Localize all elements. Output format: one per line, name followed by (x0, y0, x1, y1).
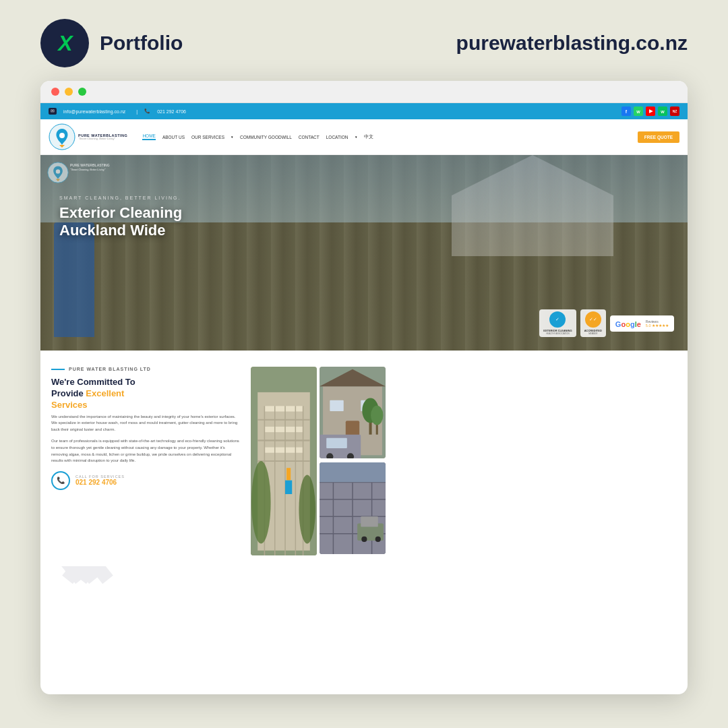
svg-rect-7 (264, 427, 303, 432)
bottom-decoration (40, 566, 688, 586)
logo-x-icon: X (58, 31, 71, 56)
wechat-icon[interactable]: w (658, 107, 667, 116)
svg-point-48 (375, 537, 381, 542)
google-reviews-text: Reviews 5.0 ★★★★★ (646, 320, 669, 328)
committed-line3: Services (51, 400, 240, 411)
svg-point-47 (361, 537, 367, 542)
house-exterior-image (320, 367, 386, 458)
call-info: CALL FOR SERVICES 021 292 4706 (75, 475, 125, 486)
svg-point-3 (56, 169, 60, 173)
google-reviews-badge: Google Reviews 5.0 ★★★★★ (610, 315, 674, 332)
hero-title-line2: Auckland Wide (59, 222, 182, 239)
description-1: We understand the importance of maintain… (51, 414, 240, 433)
nav-about[interactable]: ABOUT US (162, 135, 185, 140)
company-name-tag: PURE WATER BLASTING LTD (69, 367, 151, 371)
svg-rect-46 (361, 516, 378, 526)
hero-content: SMART CLEANING, BETTER LIVING. Exterior … (59, 195, 182, 240)
social-icons: f w ▶ w NZ (621, 107, 679, 116)
hero-section: PURE WATERBLASTING"Smart Cleaning, Bette… (40, 155, 688, 351)
browser-dot-red (51, 88, 59, 96)
exterior-cleaning-badge: ✓ EXTERIOR CLEANING HEALTHY ASSOCIATION (539, 309, 576, 337)
committed-title: We're Committed To Provide Excellent Ser… (51, 377, 240, 411)
svg-rect-8 (264, 448, 303, 453)
browser-window: ✉ info@purewaterblasting.co.nz | 📞 021 2… (40, 81, 688, 694)
nz-badge: NZ (670, 107, 679, 116)
roof-image (320, 462, 386, 554)
site-email: info@purewaterblasting.co.nz (63, 109, 125, 114)
site-logo-icon (49, 123, 75, 150)
svg-rect-24 (330, 400, 343, 411)
hero-title-line1: Exterior Cleaning (59, 204, 182, 222)
phone-icon: 📞 (57, 477, 65, 484)
content-image-grid (251, 367, 386, 555)
phone-icon-circle: 📞 (51, 471, 70, 490)
content-left: PURE WATER BLASTING LTD We're Committed … (51, 367, 240, 555)
svg-point-20 (299, 475, 315, 543)
svg-rect-17 (286, 468, 291, 480)
logo-area: X Portfolio (40, 19, 183, 67)
svg-rect-28 (326, 438, 347, 448)
browser-chrome (40, 81, 688, 103)
free-quote-button[interactable]: FREE QUOTE (638, 131, 679, 143)
house-image-tall (251, 367, 317, 555)
company-tag: PURE WATER BLASTING LTD (51, 367, 240, 371)
svg-rect-18 (285, 481, 292, 494)
committed-line1: We're Committed To (51, 377, 240, 388)
portfolio-header: X Portfolio purewaterblasting.co.nz (0, 0, 728, 81)
site-phone: 021 292 4706 (157, 109, 186, 114)
site-top-bar: ✉ info@purewaterblasting.co.nz | 📞 021 2… (40, 103, 688, 119)
youtube-icon[interactable]: ▶ (646, 107, 655, 116)
whatsapp-icon[interactable]: w (634, 107, 643, 116)
site-logo-area: PURE WATERBLASTING "Smart Cleaning, Bett… (49, 123, 127, 150)
accredited-badge: ✓✓ ACCREDITED MEMBER (580, 309, 606, 337)
svg-point-34 (371, 406, 383, 425)
nav-chinese[interactable]: 中文 (364, 134, 373, 140)
email-icon: ✉ (49, 108, 57, 115)
call-section: 📞 CALL FOR SERVICES 021 292 4706 (51, 471, 240, 490)
nav-home[interactable]: HOME (142, 133, 156, 140)
hero-title: Exterior Cleaning Auckland Wide (59, 204, 182, 240)
nav-location[interactable]: LOCATION (326, 135, 348, 140)
svg-rect-44 (320, 462, 386, 482)
hero-logo-text-overlay: PURE WATERBLASTING"Smart Cleaning, Bette… (70, 163, 110, 171)
nav-contact[interactable]: CONTACT (299, 135, 320, 140)
browser-dot-green (78, 88, 86, 96)
phone-icon: 📞 (144, 109, 150, 114)
domain-label: purewaterblasting.co.nz (456, 32, 688, 55)
agency-logo: X (40, 19, 89, 67)
hero-logo-overlay (47, 162, 69, 186)
site-navbar: PURE WATERBLASTING "Smart Cleaning, Bett… (40, 119, 688, 155)
content-section: PURE WATER BLASTING LTD We're Committed … (40, 351, 688, 566)
google-logo: Google (615, 317, 641, 330)
svg-rect-6 (264, 406, 303, 411)
tag-line (51, 369, 65, 370)
description-2: Our team of professionals is equipped wi… (51, 438, 240, 464)
nav-services[interactable]: OUR SERVICES (191, 135, 224, 140)
nav-community[interactable]: COMMUNITY GOODWILL (240, 135, 292, 140)
hero-subtitle: SMART CLEANING, BETTER LIVING. (59, 195, 182, 200)
facebook-icon[interactable]: f (621, 107, 631, 116)
svg-point-1 (59, 133, 65, 138)
committed-line2: Provide Excellent (51, 388, 240, 400)
nav-links: HOME ABOUT US OUR SERVICES ▾ COMMUNITY G… (142, 133, 628, 140)
svg-point-19 (251, 461, 271, 544)
wave-decoration-icon (47, 566, 182, 586)
browser-dot-yellow (65, 88, 73, 96)
site-logo-text: PURE WATERBLASTING "Smart Cleaning, Bett… (78, 133, 127, 140)
call-number[interactable]: 021 292 4706 (75, 479, 125, 486)
hero-badges: ✓ EXTERIOR CLEANING HEALTHY ASSOCIATION … (539, 309, 674, 337)
portfolio-label: Portfolio (100, 32, 183, 55)
